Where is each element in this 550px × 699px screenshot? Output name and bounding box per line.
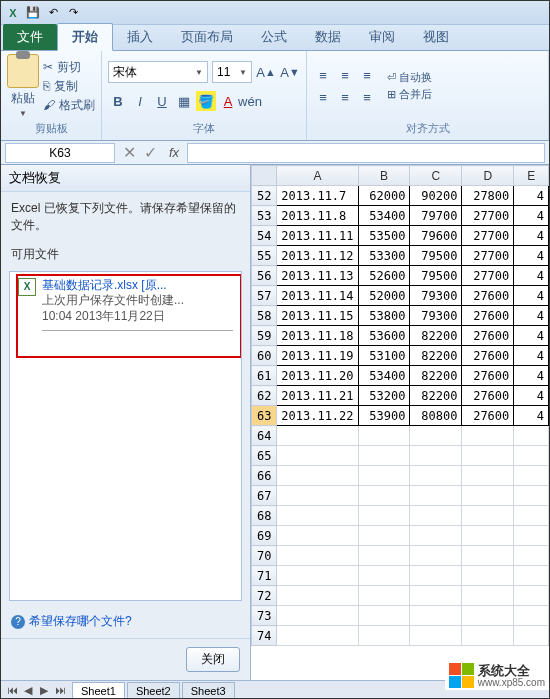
accept-fx-icon[interactable]: ✓ [144,143,157,162]
sheet-tab-2[interactable]: Sheet2 [127,682,180,699]
sheet-tab-3[interactable]: Sheet3 [182,682,235,699]
cell[interactable] [462,546,514,566]
cell[interactable]: 53900 [358,406,410,426]
border-button[interactable]: ▦ [174,91,194,111]
cell[interactable]: 4 [514,306,549,326]
cell[interactable]: 4 [514,186,549,206]
table-row[interactable]: 57 2013.11.14 52000 79300 27600 4 [252,286,549,306]
select-all-corner[interactable] [252,166,277,186]
cell[interactable]: 2013.11.14 [277,286,358,306]
row-header[interactable]: 65 [252,446,277,466]
cell[interactable]: 27600 [462,326,514,346]
cell[interactable] [514,466,549,486]
cell[interactable] [410,526,462,546]
row-header[interactable]: 63 [252,406,277,426]
merge-button[interactable]: ⊞合并后 [387,87,432,102]
align-bottom-icon[interactable]: ≡ [357,65,377,85]
align-center-icon[interactable]: ≡ [335,87,355,107]
cell[interactable]: 4 [514,386,549,406]
sheet-nav[interactable]: ⏮ ◀ ▶ ⏭ [1,684,71,697]
grid[interactable]: ABCDE 52 2013.11.7 62000 90200 27800 4 5… [251,165,549,680]
cell[interactable] [277,506,358,526]
cut-button[interactable]: ✂剪切 [43,59,95,76]
sheet-tab-1[interactable]: Sheet1 [72,682,125,699]
cell[interactable]: 2013.11.13 [277,266,358,286]
cell[interactable] [514,626,549,646]
phonetic-button[interactable]: wén [240,91,260,111]
cell[interactable]: 4 [514,226,549,246]
cell[interactable] [410,506,462,526]
cell[interactable] [462,506,514,526]
table-row[interactable]: 52 2013.11.7 62000 90200 27800 4 [252,186,549,206]
cell[interactable]: 79700 [410,206,462,226]
cell[interactable]: 53800 [358,306,410,326]
cell[interactable] [514,586,549,606]
table-row[interactable]: 62 2013.11.21 53200 82200 27600 4 [252,386,549,406]
cell[interactable] [358,546,410,566]
fill-color-button[interactable]: 🪣 [196,91,216,111]
nav-first-icon[interactable]: ⏮ [5,684,19,697]
table-row[interactable]: 56 2013.11.13 52600 79500 27700 4 [252,266,549,286]
cell[interactable]: 2013.11.22 [277,406,358,426]
cell[interactable]: 27700 [462,206,514,226]
table-row[interactable]: 65 [252,446,549,466]
cell[interactable]: 79300 [410,286,462,306]
cell[interactable]: 2013.11.20 [277,366,358,386]
table-row[interactable]: 63 2013.11.22 53900 80800 27600 4 [252,406,549,426]
bold-button[interactable]: B [108,91,128,111]
row-header[interactable]: 55 [252,246,277,266]
tab-insert[interactable]: 插入 [113,24,167,50]
cell[interactable]: 4 [514,406,549,426]
tab-layout[interactable]: 页面布局 [167,24,247,50]
row-header[interactable]: 58 [252,306,277,326]
cell[interactable] [514,486,549,506]
cell[interactable]: 27600 [462,366,514,386]
cell[interactable]: 4 [514,246,549,266]
cell[interactable] [514,506,549,526]
italic-button[interactable]: I [130,91,150,111]
tab-home[interactable]: 开始 [57,23,113,51]
cell[interactable] [358,586,410,606]
cell[interactable] [410,426,462,446]
fx-icon[interactable]: fx [169,145,179,160]
tab-review[interactable]: 审阅 [355,24,409,50]
align-middle-icon[interactable]: ≡ [335,65,355,85]
cell[interactable] [358,566,410,586]
tab-formula[interactable]: 公式 [247,24,301,50]
cell[interactable] [277,586,358,606]
cell[interactable]: 53400 [358,206,410,226]
table-row[interactable]: 55 2013.11.12 53300 79500 27700 4 [252,246,549,266]
formula-bar[interactable] [187,143,545,163]
align-top-icon[interactable]: ≡ [313,65,333,85]
cell[interactable]: 62000 [358,186,410,206]
cell[interactable] [462,526,514,546]
table-row[interactable]: 74 [252,626,549,646]
cell[interactable]: 82200 [410,346,462,366]
cell[interactable] [514,566,549,586]
cell[interactable]: 80800 [410,406,462,426]
row-header[interactable]: 57 [252,286,277,306]
cell[interactable]: 2013.11.11 [277,226,358,246]
cancel-fx-icon[interactable]: ✕ [123,143,136,162]
row-header[interactable]: 60 [252,346,277,366]
redo-icon[interactable]: ↷ [65,5,81,21]
row-header[interactable]: 64 [252,426,277,446]
cell[interactable]: 52600 [358,266,410,286]
row-header[interactable]: 70 [252,546,277,566]
row-header[interactable]: 62 [252,386,277,406]
cell[interactable] [277,426,358,446]
row-header[interactable]: 68 [252,506,277,526]
cell[interactable]: 27600 [462,286,514,306]
cell[interactable]: 4 [514,366,549,386]
table-row[interactable]: 53 2013.11.8 53400 79700 27700 4 [252,206,549,226]
wrap-text-button[interactable]: ⏎自动换 [387,70,432,85]
row-header[interactable]: 61 [252,366,277,386]
row-header[interactable]: 52 [252,186,277,206]
align-right-icon[interactable]: ≡ [357,87,377,107]
cell[interactable] [358,626,410,646]
cell[interactable] [462,586,514,606]
cell[interactable]: 27600 [462,406,514,426]
table-row[interactable]: 70 [252,546,549,566]
save-icon[interactable]: 💾 [25,5,41,21]
cell[interactable] [277,566,358,586]
